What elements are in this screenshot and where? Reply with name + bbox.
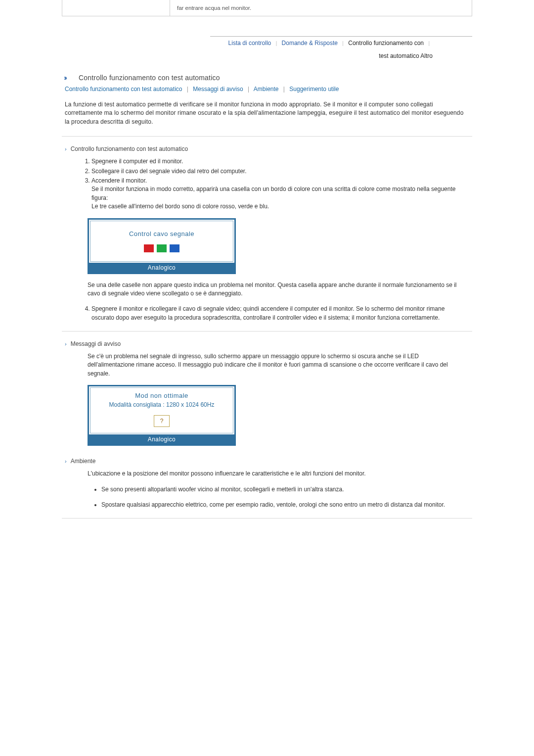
breadcrumb-nav-line2: test automatico Altro — [62, 52, 472, 59]
green-swatch — [157, 244, 167, 252]
list-item: Spegnere il monitor e ricollegare il cav… — [91, 305, 462, 322]
breadcrumb-nav: Lista di controllo | Domande & Risposte … — [62, 40, 472, 47]
anchor-nav: Controllo funzionamento con test automat… — [62, 86, 472, 93]
dialog-title: Mod non ottimale — [90, 388, 233, 400]
top-fragment-text: far entrare acqua nel monitor. — [170, 0, 472, 16]
color-swatch-row — [90, 242, 233, 261]
question-mark-box: ? — [154, 415, 170, 427]
section-heading-warnings: › Messaggi di avviso — [62, 340, 472, 347]
chevron-double-icon: ›› — [64, 73, 74, 82]
anchor-link-environment[interactable]: Ambiente — [254, 86, 279, 93]
nav-active-self-test: Controllo funzionamento con — [348, 40, 424, 47]
self-test-steps: Spegnere il computer ed il monitor. Scol… — [82, 157, 472, 211]
intro-paragraph: La funzione di test automatico permette … — [62, 100, 472, 126]
anchor-link-warnings[interactable]: Messaggi di avviso — [193, 86, 243, 93]
step-text: Le tre caselle all'interno del bordo son… — [91, 203, 269, 210]
environment-intro: L'ubicazione e la posizione del monitor … — [62, 470, 472, 478]
nav-link-checklist[interactable]: Lista di controllo — [228, 40, 271, 47]
chevron-icon: › — [65, 341, 67, 347]
section-title: Ambiente — [71, 458, 96, 465]
dialog-footer: Analogico — [89, 263, 234, 273]
after-dialog-text: Se una delle caselle non appare questo i… — [62, 281, 472, 298]
step-text: Accendere il monitor. — [91, 177, 147, 184]
top-fragment-row: far entrare acqua nel monitor. — [62, 0, 472, 16]
chevron-icon: › — [65, 146, 67, 152]
nav-divider — [210, 36, 472, 37]
step-text: Se il monitor funziona in modo corretto,… — [91, 186, 455, 201]
list-item: Se sono presenti altoparlanti woofer vic… — [101, 485, 462, 494]
anchor-separator: | — [245, 86, 252, 93]
red-swatch — [144, 244, 154, 252]
blue-swatch — [170, 244, 179, 252]
dialog-title: Control cavo segnale — [90, 221, 233, 242]
nav-link-faq[interactable]: Domande & Risposte — [282, 40, 338, 47]
main-heading-row: ›› Controllo funzionamento con test auto… — [62, 73, 472, 82]
signal-cable-dialog: Control cavo segnale Analogico — [88, 218, 236, 274]
anchor-separator: | — [184, 86, 191, 93]
nav-separator: | — [425, 41, 433, 46]
section-heading-environment: › Ambiente — [62, 458, 472, 465]
divider — [62, 136, 472, 137]
warnings-body: Se c'è un problema nel segnale di ingres… — [62, 352, 472, 378]
divider — [62, 518, 472, 519]
nav-separator: | — [273, 41, 280, 46]
dialog-subtitle: Modalità consigliata : 1280 x 1024 60Hz — [90, 400, 233, 412]
chevron-icon: › — [65, 458, 67, 464]
list-item: Spostare qualsiasi apparecchio elettrico… — [101, 501, 462, 509]
divider — [62, 331, 472, 331]
environment-bullets: Se sono presenti altoparlanti woofer vic… — [91, 485, 472, 510]
self-test-steps-continued: Spegnere il monitor e ricollegare il cav… — [82, 305, 472, 322]
not-optimal-mode-dialog: Mod non ottimale Modalità consigliata : … — [88, 385, 236, 446]
section-heading-self-test: › Controllo funzionamento con test autom… — [62, 145, 472, 152]
top-fragment-left-cell — [62, 0, 170, 16]
list-item: Accendere il monitor. Se il monitor funz… — [91, 177, 462, 211]
list-item: Scollegare il cavo del segnale video dal… — [91, 167, 462, 176]
section-title: Controllo funzionamento con test automat… — [71, 145, 188, 152]
anchor-separator: | — [280, 86, 288, 93]
page-title: Controllo funzionamento con test automat… — [79, 74, 220, 82]
dialog-footer: Analogico — [89, 434, 234, 444]
nav-separator: | — [339, 41, 347, 46]
list-item: Spegnere il computer ed il monitor. — [91, 157, 462, 166]
section-title: Messaggi di avviso — [71, 340, 121, 347]
anchor-link-self-test[interactable]: Controllo funzionamento con test automat… — [65, 86, 182, 93]
anchor-link-tips[interactable]: Suggerimento utile — [289, 86, 339, 93]
